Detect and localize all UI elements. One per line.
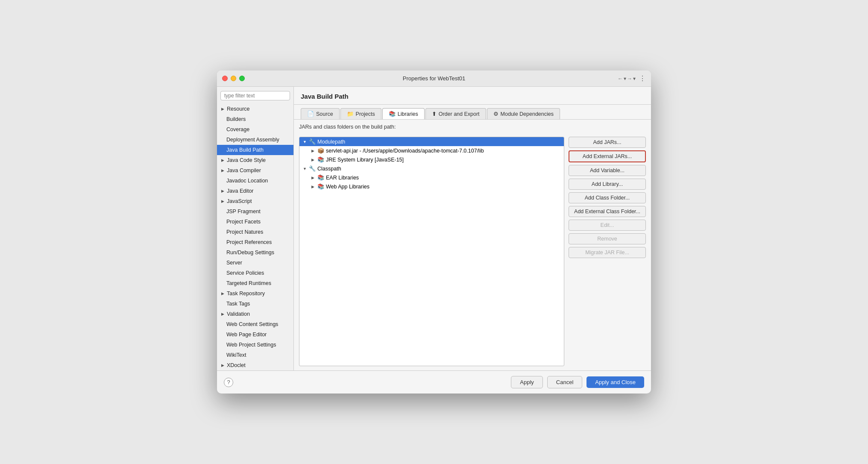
add-jars-button[interactable]: Add JARs... [569, 137, 646, 148]
tree-node-icon: 📦 [317, 147, 324, 154]
sidebar-item-java-build-path[interactable]: Java Build Path [217, 145, 293, 155]
more-options-icon[interactable]: ⋮ [639, 74, 646, 82]
sidebar-item-label: Web Page Editor [226, 330, 267, 339]
tree-node-ear-libraries[interactable]: ▶📚EAR Libraries [299, 173, 564, 182]
sidebar-item-java-compiler[interactable]: ▶Java Compiler [217, 165, 293, 176]
tree-node-label: Modulepath [317, 139, 345, 145]
back-arrow-icon[interactable]: ← [618, 76, 623, 82]
sidebar-item-task-repository[interactable]: ▶Task Repository [217, 288, 293, 299]
sidebar-item-java-code-style[interactable]: ▶Java Code Style [217, 155, 293, 165]
sidebar-item-web-page-editor[interactable]: Web Page Editor [217, 329, 293, 340]
tab-module-dependencies[interactable]: ⚙Module Dependencies [487, 108, 560, 119]
sidebar-item-javadoc-location[interactable]: Javadoc Location [217, 176, 293, 186]
sidebar-item-project-natures[interactable]: Project Natures [217, 227, 293, 237]
expand-arrow-icon: ▶ [221, 106, 224, 112]
tree-node-modulepath[interactable]: ▼🔧Modulepath [299, 137, 564, 146]
forward-dropdown-icon[interactable]: ▾ [633, 76, 636, 82]
sidebar-item-label: Builders [226, 115, 246, 123]
sidebar-item-javascript[interactable]: ▶JavaScript [217, 196, 293, 206]
maximize-button[interactable] [239, 76, 245, 81]
sidebar-item-jsp-fragment[interactable]: JSP Fragment [217, 206, 293, 217]
expand-arrow-icon: ▼ [303, 167, 307, 171]
tab-icon: 📚 [389, 111, 396, 117]
tab-source[interactable]: 📄Source [301, 108, 340, 119]
sidebar-item-validation[interactable]: ▶Validation [217, 309, 293, 319]
bottom-left: ? [224, 378, 507, 387]
expand-arrow-icon: ▶ [221, 157, 224, 163]
tab-projects[interactable]: 📁Projects [340, 108, 381, 119]
apply-button[interactable]: Apply [511, 376, 543, 388]
sidebar-item-label: Web Project Settings [226, 341, 276, 349]
expand-arrow-icon: ▶ [221, 311, 224, 317]
tree-node-servlet-api[interactable]: ▶📦servlet-api.jar - /Users/apple/Downloa… [299, 146, 564, 155]
tree-node-label: JRE System Library [JavaSE-15] [326, 157, 404, 163]
tree-node-icon: 📚 [317, 183, 324, 190]
sidebar-item-label: Targeted Runtimes [226, 279, 271, 288]
close-button[interactable] [222, 76, 228, 81]
expand-arrow-icon: ▶ [221, 362, 224, 368]
cancel-button[interactable]: Cancel [547, 376, 582, 388]
expand-arrow-icon: ▶ [311, 176, 316, 180]
expand-arrow-icon: ▶ [221, 188, 224, 194]
sidebar-item-label: Java Code Style [227, 156, 266, 164]
add-library-button[interactable]: Add Library... [569, 179, 646, 190]
sidebar-item-label: Run/Debug Settings [226, 248, 274, 257]
sidebar-item-targeted-runtimes[interactable]: Targeted Runtimes [217, 278, 293, 288]
tree-node-icon: 📚 [317, 174, 324, 181]
add-variable-button[interactable]: Add Variable... [569, 165, 646, 176]
sidebar-item-java-editor[interactable]: ▶Java Editor [217, 186, 293, 196]
sidebar-item-label: Javadoc Location [226, 176, 268, 185]
sidebar-item-resource[interactable]: ▶Resource [217, 104, 293, 114]
sidebar-item-wikitext[interactable]: WikiText [217, 350, 293, 360]
forward-arrow-icon[interactable]: → [627, 76, 632, 82]
sidebar-item-coverage[interactable]: Coverage [217, 124, 293, 135]
sidebar-item-project-facets[interactable]: Project Facets [217, 217, 293, 227]
sidebar-item-project-references[interactable]: Project References [217, 237, 293, 247]
sidebar-item-label: Resource [227, 105, 250, 113]
sidebar-item-task-tags[interactable]: Task Tags [217, 299, 293, 309]
apply-close-button[interactable]: Apply and Close [586, 376, 644, 388]
content-area: ▶ResourceBuildersCoverageDeployment Asse… [217, 87, 651, 370]
tree-node-icon: 🔧 [309, 165, 316, 172]
sidebar-item-web-content-settings[interactable]: Web Content Settings [217, 319, 293, 329]
sidebar-item-builders[interactable]: Builders [217, 114, 293, 124]
sidebar: ▶ResourceBuildersCoverageDeployment Asse… [217, 87, 294, 370]
expand-arrow-icon: ▶ [311, 158, 316, 162]
sidebar-item-web-project-settings[interactable]: Web Project Settings [217, 340, 293, 350]
tab-icon: 📄 [307, 111, 314, 117]
window-title: Properties for WebTest01 [403, 75, 465, 82]
sidebar-item-label: JavaScript [227, 197, 252, 206]
sidebar-item-label: Project Natures [226, 228, 263, 236]
sidebar-item-service-policies[interactable]: Service Policies [217, 268, 293, 278]
help-button[interactable]: ? [224, 378, 233, 387]
tab-label: Projects [356, 111, 375, 117]
sidebar-item-label: Deployment Assembly [226, 135, 279, 144]
sidebar-item-label: XDoclet [227, 361, 246, 370]
bottom-bar: ? Apply Cancel Apply and Close [217, 370, 651, 394]
main-header: Java Build Path [294, 87, 651, 105]
edit-button: Edit... [569, 220, 646, 231]
tab-icon: ⬆ [432, 111, 437, 117]
expand-arrow-icon: ▶ [311, 149, 316, 153]
tree-node-jre-system[interactable]: ▶📚JRE System Library [JavaSE-15] [299, 155, 564, 164]
dropdown-arrow-icon[interactable]: ▾ [624, 76, 626, 82]
sidebar-item-label: Project References [226, 238, 272, 247]
sidebar-item-label: WikiText [226, 351, 246, 359]
add-external-class-folder-button[interactable]: Add External Class Folder... [569, 206, 646, 217]
tree-node-icon: 🔧 [309, 138, 316, 145]
sidebar-item-run-debug-settings[interactable]: Run/Debug Settings [217, 247, 293, 258]
add-class-folder-button[interactable]: Add Class Folder... [569, 192, 646, 203]
sidebar-item-label: Validation [227, 310, 250, 318]
tab-order-export[interactable]: ⬆Order and Export [425, 108, 486, 119]
sidebar-item-deployment-assembly[interactable]: Deployment Assembly [217, 135, 293, 145]
nav-arrows[interactable]: ← ▾ → ▾ [618, 76, 636, 82]
tree-node-classpath[interactable]: ▼🔧Classpath [299, 164, 564, 173]
sidebar-item-server[interactable]: Server [217, 258, 293, 268]
sidebar-item-xdoclet[interactable]: ▶XDoclet [217, 360, 293, 370]
minimize-button[interactable] [231, 76, 236, 81]
tree-node-label: EAR Libraries [326, 175, 359, 181]
tree-node-web-app-libraries[interactable]: ▶📚Web App Libraries [299, 182, 564, 191]
filter-input[interactable] [220, 91, 290, 100]
add-external-jars-button[interactable]: Add External JARs... [569, 150, 646, 162]
tab-libraries[interactable]: 📚Libraries [382, 108, 425, 119]
